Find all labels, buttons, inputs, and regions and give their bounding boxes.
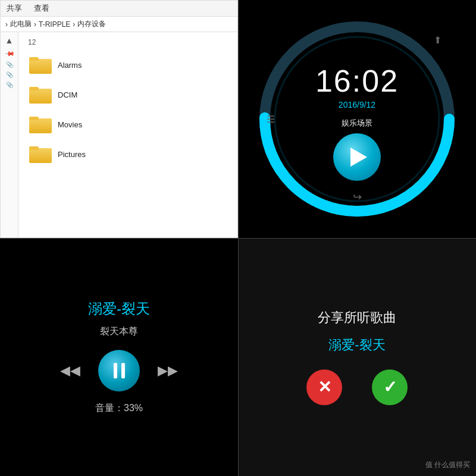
pause-bar-left	[114, 363, 117, 378]
watch-circle: ☰ ⬆ 16:02 2016/9/12 娱乐场景 ↪	[256, 18, 458, 220]
watermark: 值 什么值得买	[425, 460, 470, 470]
watch-export-icon[interactable]: ↪	[353, 190, 362, 203]
share-song: 溺爱-裂天	[328, 336, 385, 354]
pin-icon3: 📎	[6, 71, 13, 78]
watch-scene-label: 娱乐场景	[342, 118, 372, 129]
breadcrumb-part3[interactable]: 内存设备	[77, 19, 106, 29]
file-list: 12 Alarms DCIM	[18, 32, 237, 237]
file-name: Alarms	[58, 61, 82, 70]
folder-icon	[29, 56, 52, 74]
file-explorer: 共享 查看 › 此电脑 › T-RIPPLE › 内存设备 ▲ 📌 📎 📎 📎 …	[0, 0, 238, 238]
play-button[interactable]	[333, 133, 381, 181]
folder-icon	[29, 86, 52, 104]
page-number: 12	[26, 37, 230, 48]
watch-date: 2016/9/12	[339, 100, 375, 109]
share-menu[interactable]: 共享	[7, 3, 22, 14]
sidebar-nav: ▲ 📌 📎 📎 📎	[1, 32, 18, 237]
pin-icon2: 📎	[6, 61, 13, 68]
breadcrumb-arrow[interactable]: ›	[5, 20, 8, 29]
confirm-button[interactable]: ✓	[372, 369, 408, 405]
share-buttons: ✕ ✓	[306, 369, 408, 405]
watch-share-top-icon[interactable]: ⬆	[434, 35, 441, 46]
cancel-button[interactable]: ✕	[306, 369, 342, 405]
pause-icon	[114, 363, 125, 378]
folder-icon	[29, 145, 52, 163]
x-icon: ✕	[318, 379, 331, 396]
check-icon: ✓	[383, 379, 397, 396]
volume-label: 音量：33%	[95, 402, 143, 415]
breadcrumb: › 此电脑 › T-RIPPLE › 内存设备	[1, 17, 237, 32]
breadcrumb-sep1: ›	[34, 20, 36, 29]
file-name: Movies	[58, 120, 82, 129]
toolbar: 共享 查看	[1, 1, 237, 17]
view-menu[interactable]: 查看	[34, 3, 49, 14]
player-controls: ◀◀ ▶▶	[60, 350, 178, 392]
list-item[interactable]: Movies	[26, 109, 230, 139]
breadcrumb-part1[interactable]: 此电脑	[10, 19, 32, 29]
breadcrumb-sep2: ›	[73, 20, 75, 29]
list-item[interactable]: Alarms	[26, 50, 230, 80]
pause-button[interactable]	[98, 350, 140, 392]
file-name: DCIM	[58, 90, 77, 99]
prev-button[interactable]: ◀◀	[60, 363, 80, 378]
vertical-divider	[238, 0, 239, 476]
pin-icon4: 📎	[6, 82, 13, 88]
music-player: 溺爱-裂天 裂天本尊 ◀◀ ▶▶ 音量：33%	[0, 238, 238, 476]
file-name: Pictures	[58, 150, 86, 159]
pause-bar-right	[121, 363, 125, 378]
list-item[interactable]: DCIM	[26, 80, 230, 109]
scroll-up-arrow[interactable]: ▲	[4, 35, 15, 46]
breadcrumb-part2[interactable]: T-RIPPLE	[39, 20, 70, 29]
share-title: 分享所听歌曲	[318, 309, 396, 327]
watch-time: 16:02	[315, 63, 399, 99]
explorer-body: ▲ 📌 📎 📎 📎 12 Alarms	[1, 32, 237, 237]
song-artist: 裂天本尊	[100, 325, 138, 338]
song-title: 溺爱-裂天	[88, 299, 150, 318]
share-screen: 分享所听歌曲 溺爱-裂天 ✕ ✓ 值 什么值得买	[238, 238, 476, 476]
watch-face: ☰ ⬆ 16:02 2016/9/12 娱乐场景 ↪	[238, 0, 476, 238]
play-triangle-icon	[350, 148, 367, 167]
pin-icon: 📌	[4, 48, 15, 60]
next-button[interactable]: ▶▶	[158, 363, 178, 378]
list-item[interactable]: Pictures	[26, 139, 230, 169]
watch-menu-icon[interactable]: ☰	[267, 114, 275, 125]
folder-icon	[29, 115, 52, 133]
